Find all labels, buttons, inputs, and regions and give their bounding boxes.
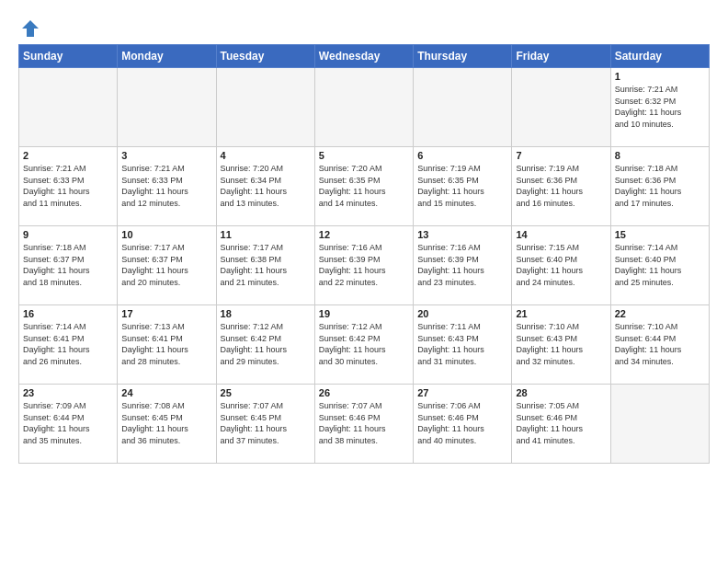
day-number: 23 [23, 387, 113, 398]
calendar-cell: 24Sunrise: 7:08 AM Sunset: 6:45 PM Dayli… [118, 385, 216, 464]
calendar-cell: 5Sunrise: 7:20 AM Sunset: 6:35 PM Daylig… [314, 147, 413, 226]
calendar-week-2: 2Sunrise: 7:21 AM Sunset: 6:33 PM Daylig… [19, 147, 710, 226]
weekday-header-saturday: Saturday [610, 45, 709, 68]
day-number: 25 [221, 387, 311, 398]
calendar-cell: 2Sunrise: 7:21 AM Sunset: 6:33 PM Daylig… [19, 147, 118, 226]
calendar-cell: 25Sunrise: 7:07 AM Sunset: 6:45 PM Dayli… [216, 385, 314, 464]
calendar-cell: 28Sunrise: 7:05 AM Sunset: 6:46 PM Dayli… [512, 385, 610, 464]
day-info: Sunrise: 7:16 AM Sunset: 6:39 PM Dayligh… [319, 242, 409, 288]
calendar-cell: 14Sunrise: 7:15 AM Sunset: 6:40 PM Dayli… [512, 226, 610, 305]
day-number: 5 [319, 150, 409, 161]
calendar-cell: 23Sunrise: 7:09 AM Sunset: 6:44 PM Dayli… [19, 385, 118, 464]
calendar-week-4: 16Sunrise: 7:14 AM Sunset: 6:41 PM Dayli… [19, 305, 710, 385]
calendar-cell [512, 68, 610, 147]
day-info: Sunrise: 7:07 AM Sunset: 6:45 PM Dayligh… [221, 400, 311, 446]
calendar-cell: 7Sunrise: 7:19 AM Sunset: 6:36 PM Daylig… [512, 147, 610, 226]
weekday-header-row: SundayMondayTuesdayWednesdayThursdayFrid… [19, 45, 710, 68]
day-number: 7 [516, 150, 606, 161]
day-info: Sunrise: 7:21 AM Sunset: 6:33 PM Dayligh… [23, 163, 113, 209]
day-number: 3 [121, 150, 211, 161]
day-number: 28 [516, 387, 606, 398]
header [18, 18, 710, 35]
day-info: Sunrise: 7:12 AM Sunset: 6:42 PM Dayligh… [221, 321, 311, 367]
day-info: Sunrise: 7:20 AM Sunset: 6:34 PM Dayligh… [221, 163, 311, 209]
day-info: Sunrise: 7:14 AM Sunset: 6:41 PM Dayligh… [23, 321, 113, 367]
weekday-header-thursday: Thursday [414, 45, 512, 68]
day-number: 16 [23, 308, 113, 319]
day-info: Sunrise: 7:17 AM Sunset: 6:38 PM Dayligh… [221, 242, 311, 288]
day-number: 9 [23, 229, 113, 240]
day-info: Sunrise: 7:20 AM Sunset: 6:35 PM Dayligh… [319, 163, 409, 209]
day-info: Sunrise: 7:11 AM Sunset: 6:43 PM Dayligh… [417, 321, 507, 367]
calendar-cell: 3Sunrise: 7:21 AM Sunset: 6:33 PM Daylig… [118, 147, 216, 226]
calendar-cell: 9Sunrise: 7:18 AM Sunset: 6:37 PM Daylig… [19, 226, 118, 305]
calendar-week-5: 23Sunrise: 7:09 AM Sunset: 6:44 PM Dayli… [19, 385, 710, 464]
weekday-header-tuesday: Tuesday [216, 45, 314, 68]
day-number: 4 [221, 150, 311, 161]
day-info: Sunrise: 7:18 AM Sunset: 6:36 PM Dayligh… [615, 163, 705, 209]
calendar-cell: 27Sunrise: 7:06 AM Sunset: 6:46 PM Dayli… [414, 385, 512, 464]
calendar-cell: 18Sunrise: 7:12 AM Sunset: 6:42 PM Dayli… [216, 305, 314, 385]
day-number: 22 [615, 308, 705, 319]
day-info: Sunrise: 7:09 AM Sunset: 6:44 PM Dayligh… [23, 400, 113, 446]
weekday-header-friday: Friday [512, 45, 610, 68]
day-number: 12 [319, 229, 409, 240]
day-info: Sunrise: 7:19 AM Sunset: 6:35 PM Dayligh… [417, 163, 507, 209]
calendar-cell: 19Sunrise: 7:12 AM Sunset: 6:42 PM Dayli… [314, 305, 413, 385]
day-number: 20 [417, 308, 507, 319]
day-info: Sunrise: 7:06 AM Sunset: 6:46 PM Dayligh… [417, 400, 507, 446]
day-number: 2 [23, 150, 113, 161]
calendar-cell: 4Sunrise: 7:20 AM Sunset: 6:34 PM Daylig… [216, 147, 314, 226]
calendar-cell: 10Sunrise: 7:17 AM Sunset: 6:37 PM Dayli… [118, 226, 216, 305]
day-info: Sunrise: 7:10 AM Sunset: 6:44 PM Dayligh… [615, 321, 705, 367]
svg-marker-0 [22, 20, 39, 37]
calendar-week-3: 9Sunrise: 7:18 AM Sunset: 6:37 PM Daylig… [19, 226, 710, 305]
day-number: 14 [516, 229, 606, 240]
calendar-cell: 26Sunrise: 7:07 AM Sunset: 6:46 PM Dayli… [314, 385, 413, 464]
day-number: 24 [121, 387, 211, 398]
day-info: Sunrise: 7:13 AM Sunset: 6:41 PM Dayligh… [121, 321, 211, 367]
day-number: 18 [221, 308, 311, 319]
day-info: Sunrise: 7:16 AM Sunset: 6:39 PM Dayligh… [417, 242, 507, 288]
calendar-cell [610, 385, 709, 464]
calendar-cell [118, 68, 216, 147]
day-number: 11 [221, 229, 311, 240]
weekday-header-monday: Monday [118, 45, 216, 68]
calendar-cell [314, 68, 413, 147]
logo-icon [20, 18, 40, 39]
day-info: Sunrise: 7:07 AM Sunset: 6:46 PM Dayligh… [319, 400, 409, 446]
calendar-cell: 22Sunrise: 7:10 AM Sunset: 6:44 PM Dayli… [610, 305, 709, 385]
day-info: Sunrise: 7:05 AM Sunset: 6:46 PM Dayligh… [516, 400, 606, 446]
day-number: 1 [615, 71, 705, 82]
calendar-cell [19, 68, 118, 147]
calendar-week-1: 1Sunrise: 7:21 AM Sunset: 6:32 PM Daylig… [19, 68, 710, 147]
calendar-table: SundayMondayTuesdayWednesdayThursdayFrid… [18, 44, 710, 464]
calendar-cell: 12Sunrise: 7:16 AM Sunset: 6:39 PM Dayli… [314, 226, 413, 305]
day-info: Sunrise: 7:12 AM Sunset: 6:42 PM Dayligh… [319, 321, 409, 367]
calendar-cell: 15Sunrise: 7:14 AM Sunset: 6:40 PM Dayli… [610, 226, 709, 305]
day-info: Sunrise: 7:21 AM Sunset: 6:32 PM Dayligh… [615, 84, 705, 130]
day-number: 13 [417, 229, 507, 240]
calendar-cell: 16Sunrise: 7:14 AM Sunset: 6:41 PM Dayli… [19, 305, 118, 385]
day-number: 27 [417, 387, 507, 398]
calendar-cell: 6Sunrise: 7:19 AM Sunset: 6:35 PM Daylig… [414, 147, 512, 226]
day-info: Sunrise: 7:10 AM Sunset: 6:43 PM Dayligh… [516, 321, 606, 367]
day-number: 19 [319, 308, 409, 319]
logo [18, 18, 40, 35]
calendar-cell: 21Sunrise: 7:10 AM Sunset: 6:43 PM Dayli… [512, 305, 610, 385]
calendar-cell [414, 68, 512, 147]
day-info: Sunrise: 7:19 AM Sunset: 6:36 PM Dayligh… [516, 163, 606, 209]
day-number: 6 [417, 150, 507, 161]
day-info: Sunrise: 7:15 AM Sunset: 6:40 PM Dayligh… [516, 242, 606, 288]
day-info: Sunrise: 7:14 AM Sunset: 6:40 PM Dayligh… [615, 242, 705, 288]
day-number: 15 [615, 229, 705, 240]
weekday-header-sunday: Sunday [19, 45, 118, 68]
calendar-cell: 8Sunrise: 7:18 AM Sunset: 6:36 PM Daylig… [610, 147, 709, 226]
day-number: 17 [121, 308, 211, 319]
day-number: 21 [516, 308, 606, 319]
day-info: Sunrise: 7:08 AM Sunset: 6:45 PM Dayligh… [121, 400, 211, 446]
day-number: 26 [319, 387, 409, 398]
day-info: Sunrise: 7:17 AM Sunset: 6:37 PM Dayligh… [121, 242, 211, 288]
calendar-cell: 20Sunrise: 7:11 AM Sunset: 6:43 PM Dayli… [414, 305, 512, 385]
calendar-cell: 11Sunrise: 7:17 AM Sunset: 6:38 PM Dayli… [216, 226, 314, 305]
